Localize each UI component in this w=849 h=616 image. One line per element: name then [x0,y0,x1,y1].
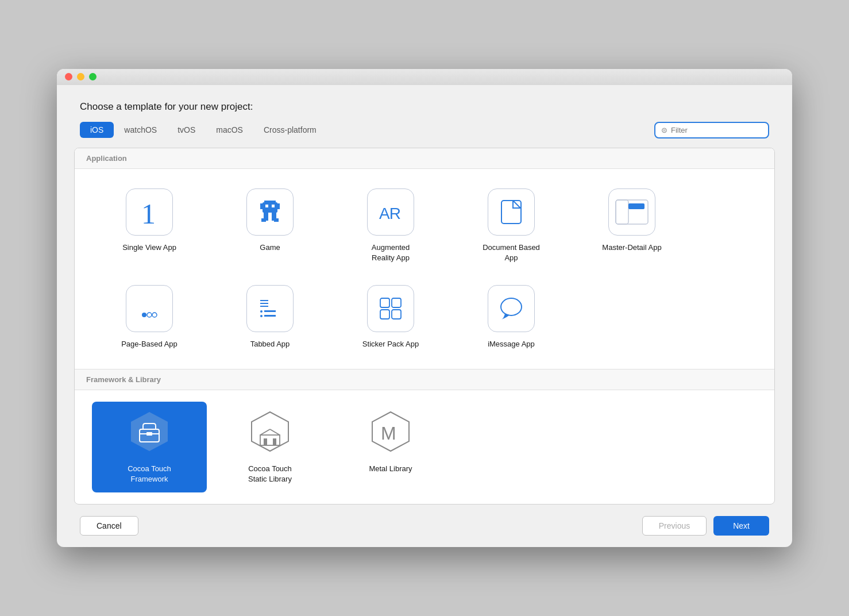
svg-rect-22 [260,306,268,307]
template-metal-library[interactable]: M Metal Library [333,402,448,492]
window-chrome [57,69,792,85]
svg-point-25 [260,315,263,317]
svg-point-23 [260,310,263,313]
svg-rect-12 [501,201,521,224]
metal-label: Metal Library [369,464,412,474]
tab-watchos[interactable]: watchOS [114,122,167,138]
svg-line-38 [260,429,270,435]
svg-rect-9 [261,218,266,222]
svg-rect-28 [392,298,401,307]
template-cocoa-touch-framework[interactable]: Cocoa TouchFramework [92,402,207,492]
svg-rect-14 [616,200,628,224]
framework-templates-grid: Cocoa TouchFramework Cocoa [75,390,774,504]
svg-rect-5 [260,203,263,209]
new-project-dialog: Choose a template for your new project: … [57,69,792,548]
tab-crossplatform[interactable]: Cross-platform [253,122,327,138]
sticker-icon [367,285,414,332]
tab-ios[interactable]: iOS [80,122,114,138]
tabs-filter-row: iOS watchOS tvOS macOS Cross-platform ⊜ [80,122,769,138]
svg-text:1: 1 [141,198,156,227]
master-detail-label: Master-Detail App [602,242,661,253]
svg-rect-2 [263,202,277,213]
cocoa-framework-label: Cocoa TouchFramework [128,464,171,484]
template-cocoa-touch-static-library[interactable]: Cocoa TouchStatic Library [213,402,327,492]
tab-macos[interactable]: macOS [206,122,253,138]
svg-point-19 [152,313,157,317]
template-tabbed-app[interactable]: Tabbed App [213,277,327,357]
svg-rect-29 [380,310,389,319]
svg-rect-30 [392,310,401,319]
cocoa-framework-icon [126,410,173,457]
filter-icon: ⊜ [661,126,667,134]
template-document-based-app[interactable]: Document BasedApp [454,180,569,271]
svg-text:AR: AR [379,205,400,222]
filter-wrapper: ⊜ [654,122,769,138]
document-label: Document BasedApp [483,242,540,263]
svg-rect-20 [260,300,268,301]
application-templates-grid: 1 Single View App [75,169,774,369]
ar-icon: AR [367,188,414,236]
master-detail-icon [608,188,655,236]
single-view-app-label: Single View App [122,242,176,253]
single-view-app-icon: 1 [126,188,173,236]
imessage-icon [488,285,535,332]
sticker-label: Sticker Pack App [362,339,419,349]
template-master-detail-app[interactable]: Master-Detail App [574,180,689,271]
svg-point-18 [147,313,152,317]
svg-rect-26 [264,315,276,317]
framework-section-header: Framework & Library [75,369,774,390]
next-button[interactable]: Next [713,516,769,536]
template-sticker-pack-app[interactable]: Sticker Pack App [333,277,448,357]
svg-rect-35 [146,432,152,436]
footer-right-buttons: Previous Next [642,516,769,536]
content-area: Application 1 Single View App [74,148,775,505]
svg-rect-27 [380,298,389,307]
metal-icon: M [367,410,414,457]
svg-point-17 [142,313,146,317]
cancel-button[interactable]: Cancel [80,516,138,536]
template-imessage-app[interactable]: iMessage App [454,277,569,357]
tab-tvos[interactable]: tvOS [167,122,206,138]
imessage-label: iMessage App [488,339,535,349]
svg-text:M: M [381,423,396,444]
svg-marker-32 [131,412,168,451]
cocoa-static-icon [246,410,294,457]
document-icon [488,188,535,236]
page-based-label: Page-Based App [121,339,177,349]
svg-rect-3 [265,205,268,207]
previous-button[interactable]: Previous [642,516,707,536]
svg-rect-40 [264,438,267,445]
page-based-icon [126,285,173,332]
template-page-based-app[interactable]: Page-Based App [92,277,207,357]
ar-label: AugmentedReality App [372,242,410,263]
svg-rect-15 [628,203,645,209]
template-augmented-reality-app[interactable]: AR AugmentedReality App [333,180,448,271]
dialog-header: Choose a template for your new project: … [57,85,792,148]
template-single-view-app[interactable]: 1 Single View App [92,180,207,271]
minimize-button[interactable] [77,73,84,80]
svg-rect-24 [264,310,276,312]
dialog-title: Choose a template for your new project: [80,101,769,113]
dialog-footer: Cancel Previous Next [57,505,792,547]
game-icon [246,188,294,236]
maximize-button[interactable] [89,73,97,80]
game-label: Game [260,242,280,253]
svg-rect-6 [277,203,280,209]
platform-tabs: iOS watchOS tvOS macOS Cross-platform [80,122,327,138]
svg-rect-21 [260,303,268,304]
template-game[interactable]: Game [213,180,327,271]
cocoa-static-label: Cocoa TouchStatic Library [248,464,292,484]
application-section-header: Application [75,148,774,169]
svg-rect-41 [273,438,276,445]
tabbed-icon [246,285,294,332]
tabbed-label: Tabbed App [250,339,290,349]
svg-rect-10 [274,218,279,222]
filter-input[interactable] [671,126,762,134]
close-button[interactable] [65,73,72,80]
svg-point-31 [501,298,522,315]
svg-rect-37 [260,435,280,445]
svg-rect-4 [272,205,275,207]
svg-line-39 [270,429,280,435]
